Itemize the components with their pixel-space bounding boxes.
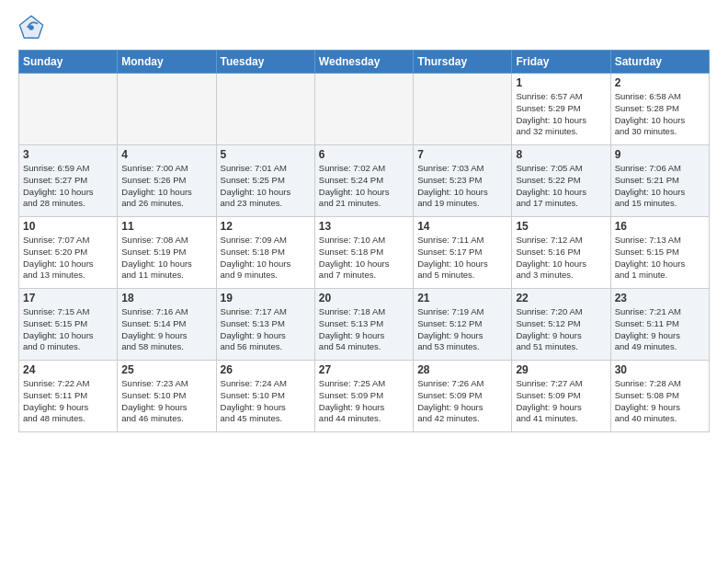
day-info: Sunrise: 7:27 AM Sunset: 5:09 PM Dayligh…	[516, 378, 606, 425]
day-info: Sunrise: 7:19 AM Sunset: 5:12 PM Dayligh…	[417, 306, 507, 353]
day-number: 25	[121, 363, 211, 376]
weekday-header-row: SundayMondayTuesdayWednesdayThursdayFrid…	[19, 51, 710, 74]
calendar-cell: 14Sunrise: 7:11 AM Sunset: 5:17 PM Dayli…	[414, 217, 512, 289]
day-number: 28	[417, 363, 507, 376]
day-number: 14	[417, 220, 507, 233]
day-info: Sunrise: 7:13 AM Sunset: 5:15 PM Dayligh…	[615, 235, 705, 282]
calendar-cell: 7Sunrise: 7:03 AM Sunset: 5:23 PM Daylig…	[414, 145, 512, 217]
svg-point-2	[28, 25, 34, 30]
day-number: 6	[319, 148, 409, 161]
weekday-header-saturday: Saturday	[610, 51, 709, 74]
day-number: 15	[516, 220, 606, 233]
calendar-cell: 29Sunrise: 7:27 AM Sunset: 5:09 PM Dayli…	[512, 361, 610, 432]
day-number: 18	[121, 292, 211, 304]
weekday-header-thursday: Thursday	[414, 51, 512, 74]
weekday-header-sunday: Sunday	[19, 51, 118, 74]
day-number: 22	[516, 292, 606, 304]
page: SundayMondayTuesdayWednesdayThursdayFrid…	[0, 0, 728, 442]
calendar-cell: 26Sunrise: 7:24 AM Sunset: 5:10 PM Dayli…	[216, 361, 314, 432]
calendar-cell: 22Sunrise: 7:20 AM Sunset: 5:12 PM Dayli…	[512, 289, 610, 361]
day-info: Sunrise: 6:59 AM Sunset: 5:27 PM Dayligh…	[23, 163, 113, 210]
day-info: Sunrise: 7:07 AM Sunset: 5:20 PM Dayligh…	[23, 235, 113, 282]
calendar-cell: 4Sunrise: 7:00 AM Sunset: 5:26 PM Daylig…	[118, 145, 216, 217]
calendar-body: 1Sunrise: 6:57 AM Sunset: 5:29 PM Daylig…	[19, 74, 710, 432]
calendar-week-2: 3Sunrise: 6:59 AM Sunset: 5:27 PM Daylig…	[19, 145, 710, 217]
day-info: Sunrise: 7:05 AM Sunset: 5:22 PM Dayligh…	[516, 163, 606, 210]
calendar-cell: 12Sunrise: 7:09 AM Sunset: 5:18 PM Dayli…	[216, 217, 314, 289]
day-info: Sunrise: 7:21 AM Sunset: 5:11 PM Dayligh…	[615, 306, 705, 353]
calendar-cell: 3Sunrise: 6:59 AM Sunset: 5:27 PM Daylig…	[19, 145, 118, 217]
calendar-week-4: 17Sunrise: 7:15 AM Sunset: 5:15 PM Dayli…	[19, 289, 710, 361]
calendar-cell: 9Sunrise: 7:06 AM Sunset: 5:21 PM Daylig…	[610, 145, 709, 217]
calendar-cell: 11Sunrise: 7:08 AM Sunset: 5:19 PM Dayli…	[118, 217, 216, 289]
weekday-header-wednesday: Wednesday	[314, 51, 413, 74]
day-number: 10	[23, 220, 113, 233]
day-info: Sunrise: 7:28 AM Sunset: 5:08 PM Dayligh…	[615, 378, 705, 425]
day-number: 12	[221, 220, 311, 233]
day-info: Sunrise: 7:15 AM Sunset: 5:15 PM Dayligh…	[23, 306, 113, 353]
day-number: 23	[615, 292, 705, 304]
calendar-cell: 8Sunrise: 7:05 AM Sunset: 5:22 PM Daylig…	[512, 145, 610, 217]
day-info: Sunrise: 7:11 AM Sunset: 5:17 PM Dayligh…	[417, 235, 507, 282]
calendar-cell: 6Sunrise: 7:02 AM Sunset: 5:24 PM Daylig…	[314, 145, 413, 217]
day-info: Sunrise: 7:01 AM Sunset: 5:25 PM Dayligh…	[221, 163, 311, 210]
day-number: 19	[221, 292, 311, 304]
calendar-cell: 1Sunrise: 6:57 AM Sunset: 5:29 PM Daylig…	[512, 74, 610, 145]
calendar-cell	[216, 74, 314, 145]
day-number: 16	[615, 220, 705, 233]
calendar-week-1: 1Sunrise: 6:57 AM Sunset: 5:29 PM Daylig…	[19, 74, 710, 145]
calendar-cell	[414, 74, 512, 145]
calendar-cell	[118, 74, 216, 145]
calendar-cell	[19, 74, 118, 145]
day-number: 5	[221, 148, 311, 161]
calendar-cell: 16Sunrise: 7:13 AM Sunset: 5:15 PM Dayli…	[610, 217, 709, 289]
day-number: 4	[121, 148, 211, 161]
calendar-cell: 2Sunrise: 6:58 AM Sunset: 5:28 PM Daylig…	[610, 74, 709, 145]
day-info: Sunrise: 7:08 AM Sunset: 5:19 PM Dayligh…	[121, 235, 211, 282]
day-info: Sunrise: 7:20 AM Sunset: 5:12 PM Dayligh…	[516, 306, 606, 353]
day-number: 24	[23, 363, 113, 376]
calendar-cell: 25Sunrise: 7:23 AM Sunset: 5:10 PM Dayli…	[118, 361, 216, 432]
day-info: Sunrise: 7:22 AM Sunset: 5:11 PM Dayligh…	[23, 378, 113, 425]
day-number: 20	[319, 292, 409, 304]
day-info: Sunrise: 7:24 AM Sunset: 5:10 PM Dayligh…	[221, 378, 311, 425]
calendar-cell: 18Sunrise: 7:16 AM Sunset: 5:14 PM Dayli…	[118, 289, 216, 361]
day-number: 7	[417, 148, 507, 161]
calendar-cell: 21Sunrise: 7:19 AM Sunset: 5:12 PM Dayli…	[414, 289, 512, 361]
day-info: Sunrise: 7:23 AM Sunset: 5:10 PM Dayligh…	[121, 378, 211, 425]
day-info: Sunrise: 6:58 AM Sunset: 5:28 PM Dayligh…	[615, 91, 705, 138]
day-number: 13	[319, 220, 409, 233]
calendar-week-3: 10Sunrise: 7:07 AM Sunset: 5:20 PM Dayli…	[19, 217, 710, 289]
calendar-cell	[314, 74, 413, 145]
day-info: Sunrise: 7:02 AM Sunset: 5:24 PM Dayligh…	[319, 163, 409, 210]
day-info: Sunrise: 7:16 AM Sunset: 5:14 PM Dayligh…	[121, 306, 211, 353]
day-info: Sunrise: 7:12 AM Sunset: 5:16 PM Dayligh…	[516, 235, 606, 282]
calendar-cell: 28Sunrise: 7:26 AM Sunset: 5:09 PM Dayli…	[414, 361, 512, 432]
calendar-cell: 30Sunrise: 7:28 AM Sunset: 5:08 PM Dayli…	[610, 361, 709, 432]
day-number: 9	[615, 148, 705, 161]
calendar-cell: 23Sunrise: 7:21 AM Sunset: 5:11 PM Dayli…	[610, 289, 709, 361]
day-info: Sunrise: 7:25 AM Sunset: 5:09 PM Dayligh…	[319, 378, 409, 425]
day-info: Sunrise: 7:03 AM Sunset: 5:23 PM Dayligh…	[417, 163, 507, 210]
day-info: Sunrise: 7:26 AM Sunset: 5:09 PM Dayligh…	[417, 378, 507, 425]
calendar-cell: 10Sunrise: 7:07 AM Sunset: 5:20 PM Dayli…	[19, 217, 118, 289]
day-info: Sunrise: 7:06 AM Sunset: 5:21 PM Dayligh…	[615, 163, 705, 210]
day-number: 21	[417, 292, 507, 304]
weekday-header-friday: Friday	[512, 51, 610, 74]
calendar-cell: 13Sunrise: 7:10 AM Sunset: 5:18 PM Dayli…	[314, 217, 413, 289]
day-info: Sunrise: 6:57 AM Sunset: 5:29 PM Dayligh…	[516, 91, 606, 138]
day-number: 11	[121, 220, 211, 233]
calendar-cell: 20Sunrise: 7:18 AM Sunset: 5:13 PM Dayli…	[314, 289, 413, 361]
logo	[18, 15, 48, 40]
calendar-cell: 24Sunrise: 7:22 AM Sunset: 5:11 PM Dayli…	[19, 361, 118, 432]
calendar: SundayMondayTuesdayWednesdayThursdayFrid…	[18, 50, 710, 432]
day-info: Sunrise: 7:18 AM Sunset: 5:13 PM Dayligh…	[319, 306, 409, 353]
day-number: 30	[615, 363, 705, 376]
day-number: 26	[221, 363, 311, 376]
logo-icon	[18, 15, 44, 40]
day-number: 29	[516, 363, 606, 376]
calendar-week-5: 24Sunrise: 7:22 AM Sunset: 5:11 PM Dayli…	[19, 361, 710, 432]
calendar-header: SundayMondayTuesdayWednesdayThursdayFrid…	[19, 51, 710, 74]
calendar-cell: 17Sunrise: 7:15 AM Sunset: 5:15 PM Dayli…	[19, 289, 118, 361]
day-number: 1	[516, 76, 606, 89]
